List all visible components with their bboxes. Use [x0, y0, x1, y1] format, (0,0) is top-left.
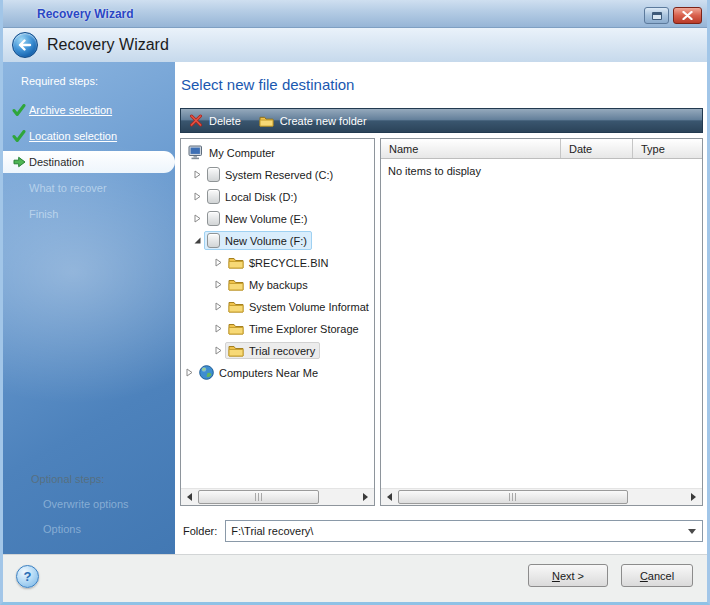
window-title: Recovery Wizard: [37, 7, 134, 21]
tree-item-label: System Volume Informat: [249, 300, 369, 313]
drive-icon: [207, 233, 220, 248]
tree-item-label: New Volume (F:): [225, 234, 307, 247]
scrollbar-thumb[interactable]: [198, 490, 319, 504]
tree-item-new-volume-e[interactable]: New Volume (E:): [181, 207, 374, 229]
tree-item-my-computer[interactable]: My Computer: [181, 141, 374, 163]
toolbar-button-label: Create new folder: [280, 115, 367, 127]
sidebar-step-location-selection[interactable]: Location selection: [3, 125, 175, 147]
scrollbar-track[interactable]: [398, 489, 685, 505]
tree-item-label: My Computer: [209, 146, 275, 159]
page-heading: Select new file destination: [175, 62, 707, 108]
scroll-left-icon: [187, 493, 192, 501]
close-icon: [682, 11, 693, 20]
delete-button[interactable]: Delete: [185, 112, 249, 129]
sidebar-step-destination: Destination: [3, 151, 175, 173]
scroll-right-button[interactable]: [357, 489, 374, 505]
cancel-button[interactable]: Cancel: [621, 564, 693, 587]
expand-expander-icon[interactable]: [214, 302, 225, 311]
folder-icon: [228, 256, 244, 269]
optional-steps-list: Overwrite optionsOptions: [3, 498, 175, 535]
expand-expander-icon[interactable]: [193, 170, 204, 179]
back-arrow-icon: [18, 39, 32, 51]
tree-item-my-backups[interactable]: My backups: [181, 273, 374, 295]
column-header-type[interactable]: Type: [633, 139, 702, 158]
delete-icon: [189, 114, 203, 127]
folder-icon: [228, 322, 244, 335]
scroll-left-button[interactable]: [381, 489, 398, 505]
help-button[interactable]: ?: [16, 565, 39, 588]
tree-item-label: Time Explorer Storage: [249, 322, 359, 335]
collapse-expander-icon[interactable]: [193, 236, 204, 245]
tree-item-label: Trial recovery: [249, 344, 315, 357]
tree-item-label: $RECYCLE.BIN: [249, 256, 328, 269]
scroll-right-icon: [691, 493, 696, 501]
list-horizontal-scrollbar[interactable]: [381, 488, 702, 505]
back-button[interactable]: [12, 32, 38, 58]
expand-expander-icon[interactable]: [214, 258, 225, 267]
toolbar-button-label: Delete: [209, 115, 241, 127]
folder-combobox[interactable]: F:\Trial recovery\: [225, 520, 703, 542]
tree-item-local-disk-d[interactable]: Local Disk (D:): [181, 185, 374, 207]
help-icon: ?: [24, 569, 32, 584]
required-steps-list: Archive selectionLocation selectionDesti…: [3, 99, 175, 225]
expand-expander-icon[interactable]: [214, 280, 225, 289]
folder-icon: [228, 278, 244, 291]
scrollbar-track[interactable]: [198, 489, 357, 505]
tree-item-time-explorer-storage[interactable]: Time Explorer Storage: [181, 317, 374, 339]
folder-tree: My ComputerSystem Reserved (C:)Local Dis…: [181, 139, 374, 488]
step-label: What to recover: [29, 182, 107, 194]
titlebar[interactable]: Recovery Wizard: [3, 0, 707, 28]
panels: My ComputerSystem Reserved (C:)Local Dis…: [180, 138, 703, 506]
tree-item-new-volume-f[interactable]: New Volume (F:): [181, 229, 374, 251]
folder-row: Folder: F:\Trial recovery\: [183, 519, 703, 543]
close-button[interactable]: [673, 7, 702, 24]
dropdown-arrow-icon[interactable]: [688, 529, 696, 534]
tree-item-label: Local Disk (D:): [225, 190, 297, 203]
step-label: Archive selection: [29, 104, 112, 116]
sidebar-step-archive-selection[interactable]: Archive selection: [3, 99, 175, 121]
tree-item-label: New Volume (E:): [225, 212, 308, 225]
scroll-left-button[interactable]: [181, 489, 198, 505]
expand-expander-icon[interactable]: [185, 368, 196, 377]
next-button-label: Next >: [539, 570, 597, 582]
create-new-folder-button[interactable]: Create new folder: [255, 113, 375, 129]
expand-expander-icon[interactable]: [193, 192, 204, 201]
sidebar-step-what-to-recover: What to recover: [3, 177, 175, 199]
required-steps-label: Required steps:: [21, 75, 175, 87]
tree-item-label: System Reserved (C:): [225, 168, 333, 181]
network-icon: [199, 365, 214, 380]
step-label: Location selection: [29, 130, 117, 142]
tree-item-label: My backups: [249, 278, 308, 291]
expand-expander-icon[interactable]: [214, 324, 225, 333]
column-header-date[interactable]: Date: [561, 139, 633, 158]
restore-button[interactable]: [644, 7, 669, 24]
tree-item-system-reserved-c[interactable]: System Reserved (C:): [181, 163, 374, 185]
scrollbar-thumb[interactable]: [398, 490, 628, 504]
page-title: Recovery Wizard: [47, 36, 169, 54]
new-folder-icon: [259, 115, 274, 127]
tree-item-computers-near-me[interactable]: Computers Near Me: [181, 361, 374, 383]
wizard-body: Required steps: Archive selectionLocatio…: [3, 62, 707, 554]
tree-item-recycle-bin[interactable]: $RECYCLE.BIN: [181, 251, 374, 273]
column-header-name[interactable]: Name: [381, 139, 561, 158]
expand-expander-icon[interactable]: [214, 346, 225, 355]
scroll-right-button[interactable]: [685, 489, 702, 505]
next-button[interactable]: Next >: [528, 564, 608, 587]
folder-icon: [228, 344, 244, 357]
folder-tree-panel: My ComputerSystem Reserved (C:)Local Dis…: [180, 138, 375, 506]
list-column-headers: NameDateType: [381, 139, 702, 159]
tree-horizontal-scrollbar[interactable]: [181, 488, 374, 505]
scroll-right-icon: [363, 493, 368, 501]
footer-buttons: Next > Cancel: [528, 564, 693, 587]
expand-expander-icon[interactable]: [193, 214, 204, 223]
sidebar-step-finish: Finish: [3, 203, 175, 225]
drive-icon: [207, 167, 220, 182]
folder-label: Folder:: [183, 525, 217, 537]
footer-bar: ? Next > Cancel: [3, 554, 707, 602]
main-content: Select new file destination DeleteCreate…: [175, 62, 707, 554]
folder-icon: [228, 300, 244, 313]
step-label: Destination: [29, 156, 84, 168]
tree-item-label: Computers Near Me: [219, 366, 318, 379]
tree-item-trial-recovery[interactable]: Trial recovery: [181, 339, 374, 361]
tree-item-system-volume-informat[interactable]: System Volume Informat: [181, 295, 374, 317]
